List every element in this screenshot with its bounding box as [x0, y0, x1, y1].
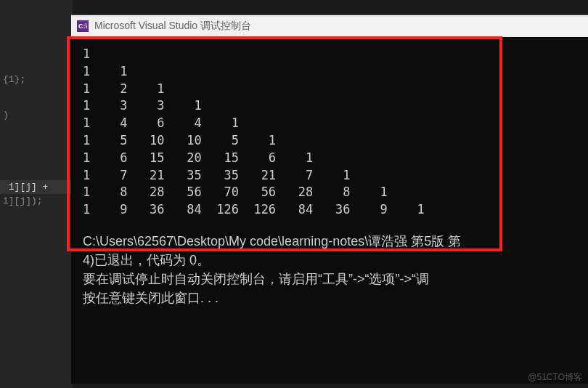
console-window: C:\ Microsoft Visual Studio 调试控制台 11 11 …	[71, 15, 588, 384]
table-row: 1 2 1	[83, 81, 576, 98]
titlebar[interactable]: C:\ Microsoft Visual Studio 调试控制台	[71, 15, 588, 37]
watermark: @51CTO博客	[528, 371, 582, 384]
window-title: Microsoft Visual Studio 调试控制台	[94, 20, 251, 33]
editor-frag: {1};	[0, 73, 73, 86]
table-row: 1 4 6 4 1	[83, 115, 576, 132]
table-row: 1 6 15 20 15 6 1	[83, 150, 576, 167]
status-hint: 要在调试停止时自动关闭控制台，请启用“工具”->“选项”->“调	[83, 270, 576, 288]
status-path: C:\Users\62567\Desktop\My code\learning-…	[83, 232, 576, 251]
editor-frag: 1][j] +	[0, 180, 73, 194]
table-row: 1 9 36 84 126 126 84 36 9 1	[83, 201, 576, 219]
status-close: 按任意键关闭此窗口. . .	[83, 288, 576, 307]
table-row: 1 3 3 1	[83, 97, 576, 115]
table-row: 1	[83, 46, 576, 63]
editor-frag: i][j]);	[0, 194, 73, 208]
editor-frag: )	[0, 108, 73, 122]
editor-background: {1}; ) 1][j] + i][j]);	[0, 0, 73, 388]
table-row: 1 1	[83, 63, 576, 81]
vs-icon: C:\	[77, 20, 89, 32]
table-row: 1 8 28 56 70 56 28 8 1	[83, 184, 576, 201]
status-text: C:\Users\62567\Desktop\My code\learning-…	[83, 232, 576, 307]
table-row: 1 5 10 10 5 1	[83, 132, 576, 150]
console-body: 11 11 2 11 3 3 11 4 6 4 11 5 10 10 5 11 …	[71, 37, 588, 316]
status-exit: 4)已退出，代码为 0。	[83, 251, 576, 270]
table-row: 1 7 21 35 35 21 7 1	[83, 167, 576, 185]
pascal-triangle-output: 11 11 2 11 3 3 11 4 6 4 11 5 10 10 5 11 …	[83, 46, 576, 219]
